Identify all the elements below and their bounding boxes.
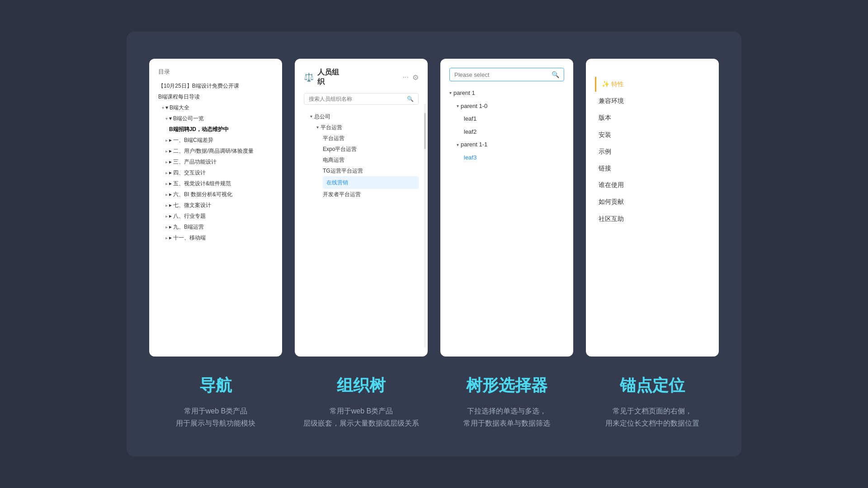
label-tree: 树形选择器 下拉选择的单选与多选， 常用于数据表单与数据筛选: [440, 375, 573, 429]
label-org-desc: 常用于web B类产品 层级嵌套，展示大量数据或层级关系: [295, 405, 428, 429]
anchor-label: ✨ 特性: [602, 79, 624, 90]
arrow-icon: ▾: [457, 140, 459, 150]
tree-node[interactable]: ▾ parent 1-1: [449, 138, 564, 151]
anchor-card: ✨ 特性 兼容环境 版本 安装 示例 链接 谁在使用: [586, 59, 719, 357]
org-node-label: 开发者平台运营: [323, 189, 361, 200]
org-node-label: 总公司: [314, 111, 330, 122]
nav-item[interactable]: ▸ 一、B端C端差异: [158, 135, 273, 145]
toc-title: 目录: [158, 68, 273, 76]
nav-tree: 【10月25日】B端设计免费公开课 B端课程每日导读 ▾ B端大全 ▾ B端公司…: [158, 80, 273, 243]
tree-node-selected[interactable]: leaf3: [449, 151, 564, 164]
arrow-icon: ▾: [457, 101, 459, 111]
org-header: ⚖️ 人员组织 ··· ⚙: [304, 68, 419, 87]
tree-search-input[interactable]: [454, 71, 552, 78]
org-node-label-active: 在线营销: [323, 176, 419, 189]
org-node[interactable]: TG运营平台运营: [304, 165, 419, 176]
label-nav: 导航 常用于web B类产品 用于展示与导航功能模块: [149, 375, 282, 429]
scrollbar[interactable]: [424, 104, 426, 347]
org-tree: ▾ 总公司 ▾ 平台运营 平台运营 Expo平台运营 电商运营 TG运营平台运营: [304, 111, 419, 200]
anchor-label: 社区互助: [599, 213, 624, 225]
org-card: ⚖️ 人员组织 ··· ⚙ 🔍 ▾ 总公司 ▾ 平台运营: [295, 59, 428, 357]
nav-item[interactable]: ▸ 十一、移动端: [158, 232, 273, 243]
org-node[interactable]: ▾ 平台运营: [304, 122, 419, 133]
nav-item[interactable]: ▸ 六、BI 数据分析&可视化: [158, 189, 273, 200]
nav-item[interactable]: 【10月25日】B端设计免费公开课: [158, 80, 273, 91]
anchor-item[interactable]: 版本: [595, 110, 710, 125]
tree-node[interactable]: leaf2: [449, 126, 564, 139]
nav-item[interactable]: ▸ 七、微文案设计: [158, 200, 273, 211]
org-icon: ⚖️: [304, 72, 314, 82]
anchor-item[interactable]: 如何贡献: [595, 194, 710, 209]
tree-nodes: ▾ parent 1 ▾ parent 1-0 leaf1 leaf2 ▾ pa…: [449, 87, 564, 164]
label-org-title: 组织树: [295, 375, 428, 397]
nav-item-active[interactable]: B端招聘JD，动态维护中: [158, 124, 273, 135]
org-node-label: 电商运营: [323, 155, 344, 165]
tree-search-box[interactable]: 🔍: [449, 68, 564, 81]
anchor-label: 兼容环境: [599, 95, 624, 107]
label-anchor-desc: 常见于文档页面的右侧， 用来定位长文档中的数据位置: [586, 405, 719, 429]
cards-row: 目录 【10月25日】B端设计免费公开课 B端课程每日导读 ▾ B端大全 ▾ B…: [149, 59, 719, 357]
label-tree-desc: 下拉选择的单选与多选， 常用于数据表单与数据筛选: [440, 405, 573, 429]
anchor-item[interactable]: 链接: [595, 161, 710, 176]
nav-item[interactable]: ▸ 九、B端运营: [158, 221, 273, 232]
tree-node-label: parent 1-0: [461, 100, 487, 113]
nav-item[interactable]: ▸ 八、行业专题: [158, 211, 273, 221]
arrow-icon: ▾: [316, 123, 319, 132]
anchor-label: 示例: [599, 146, 611, 157]
nav-item[interactable]: B端课程每日导读: [158, 91, 273, 102]
anchor-item[interactable]: 兼容环境: [595, 94, 710, 108]
anchor-item[interactable]: 示例: [595, 144, 710, 159]
anchor-label: 版本: [599, 112, 611, 123]
anchor-label: 安装: [599, 129, 611, 141]
tree-node-label-selected: leaf3: [464, 151, 476, 164]
label-tree-title: 树形选择器: [440, 375, 573, 397]
nav-item[interactable]: ▾ B端大全: [158, 102, 273, 113]
tree-node[interactable]: leaf1: [449, 113, 564, 126]
main-container: 目录 【10月25日】B端设计免费公开课 B端课程每日导读 ▾ B端大全 ▾ B…: [127, 32, 741, 456]
org-node-label: 平台运营: [321, 122, 342, 133]
org-node-label: 平台运营: [323, 133, 344, 144]
nav-item[interactable]: ▸ 二、用户/数据/商品调研/体验度量: [158, 145, 273, 156]
org-node[interactable]: Expo平台运营: [304, 144, 419, 155]
tree-node-label: leaf1: [464, 113, 476, 126]
tree-node[interactable]: ▾ parent 1-0: [449, 100, 564, 113]
anchor-label: 链接: [599, 163, 611, 174]
tree-selector-card: 🔍 ▾ parent 1 ▾ parent 1-0 leaf1 leaf2: [440, 59, 573, 357]
nav-item[interactable]: ▸ 四、交互设计: [158, 167, 273, 178]
org-node[interactable]: 平台运营: [304, 133, 419, 144]
labels-row: 导航 常用于web B类产品 用于展示与导航功能模块 组织树 常用于web B类…: [149, 375, 719, 429]
tree-node-label: leaf2: [464, 126, 476, 139]
anchor-item[interactable]: 社区互助: [595, 211, 710, 226]
label-org: 组织树 常用于web B类产品 层级嵌套，展示大量数据或层级关系: [295, 375, 428, 429]
label-anchor-title: 锚点定位: [586, 375, 719, 397]
anchor-label: 如何贡献: [599, 196, 624, 207]
anchor-label: 谁在使用: [599, 179, 624, 191]
anchor-item[interactable]: 谁在使用: [595, 178, 710, 192]
org-node[interactable]: 电商运营: [304, 155, 419, 165]
org-node-label: TG运营平台运营: [323, 165, 363, 176]
settings-icon[interactable]: ⚙: [412, 73, 419, 82]
nav-item[interactable]: ▸ 五、视觉设计&组件规范: [158, 178, 273, 189]
org-node[interactable]: 开发者平台运营: [304, 189, 419, 200]
anchor-item-active[interactable]: ✨ 特性: [595, 77, 710, 92]
arrow-icon: ▾: [310, 112, 312, 121]
nav-card: 目录 【10月25日】B端设计免费公开课 B端课程每日导读 ▾ B端大全 ▾ B…: [149, 59, 282, 357]
header-actions: ··· ⚙: [403, 73, 419, 82]
label-nav-desc: 常用于web B类产品 用于展示与导航功能模块: [149, 405, 282, 429]
org-node-active[interactable]: 在线营销: [304, 176, 419, 189]
nav-item[interactable]: ▸ 三、产品功能设计: [158, 156, 273, 167]
org-node[interactable]: ▾ 总公司: [304, 111, 419, 122]
nav-item[interactable]: ▾ B端公司一览: [158, 113, 273, 124]
org-search-box[interactable]: 🔍: [304, 93, 419, 105]
more-icon[interactable]: ···: [403, 73, 409, 82]
org-title: 人员组织: [317, 68, 399, 87]
tree-node-label: parent 1: [453, 87, 475, 100]
scrollbar-thumb: [424, 113, 426, 149]
search-icon: 🔍: [407, 96, 414, 102]
tree-node-label: parent 1-1: [461, 138, 487, 151]
label-anchor: 锚点定位 常见于文档页面的右侧， 用来定位长文档中的数据位置: [586, 375, 719, 429]
org-search-input[interactable]: [309, 96, 407, 102]
anchor-item[interactable]: 安装: [595, 127, 710, 142]
org-node-label: Expo平台运营: [323, 144, 357, 155]
tree-node[interactable]: ▾ parent 1: [449, 87, 564, 100]
